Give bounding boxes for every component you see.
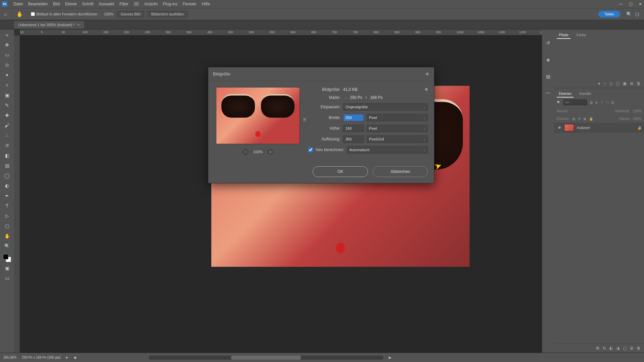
home-icon[interactable]: ⌂ (2, 11, 9, 17)
menu-edit[interactable]: Bearbeiten (25, 2, 50, 6)
layer-thumbnail[interactable] (564, 124, 574, 131)
layer-row[interactable]: 👁 Indiziert 🔒 (554, 123, 644, 133)
lock-pixels-icon[interactable]: ▦ (572, 117, 575, 121)
heal-tool-icon[interactable]: ✚ (3, 111, 11, 119)
layer-filter-type-icon[interactable]: T (601, 101, 603, 104)
layer-visibility-icon[interactable]: 👁 (557, 126, 561, 130)
resample-checkbox[interactable] (308, 147, 313, 152)
blend-mode-select[interactable]: Normal (557, 109, 568, 113)
zoom-tool-icon[interactable]: 🔍 (3, 242, 11, 250)
crop-tool-icon[interactable]: ⌗ (3, 81, 11, 89)
layer-name[interactable]: Indiziert (577, 126, 590, 130)
width-unit-select[interactable]: Pixel ⌄ (367, 114, 428, 121)
hand-tool-icon-2[interactable]: ✋ (3, 232, 11, 240)
layer-filter-image-icon[interactable]: ▦ (590, 101, 593, 104)
menu-type[interactable]: Schrift (79, 2, 96, 6)
height-input[interactable] (343, 125, 364, 132)
path-select-tool-icon[interactable]: ▷ (3, 212, 11, 220)
scroll-all-windows-checkbox[interactable]: Bildlauf in allen Fenstern durchführen (31, 12, 97, 16)
menu-file[interactable]: Datei (11, 2, 25, 6)
adjustments-panel-icon[interactable]: 〰 (545, 90, 551, 97)
layer-filter-shape-icon[interactable]: ▢ (606, 101, 609, 104)
menu-select[interactable]: Auswahl (96, 2, 117, 6)
layer-link-icon[interactable]: ⌘ (596, 346, 600, 351)
tab-layers[interactable]: Ebenen (557, 90, 574, 98)
ok-button[interactable]: OK (313, 166, 368, 177)
brush-tool-icon[interactable]: 🖌 (3, 121, 11, 129)
fit-to-select[interactable]: Originalgröße ⌄ (343, 103, 428, 111)
screenmode-icon[interactable]: ▭ (3, 274, 11, 282)
gradient-tool-icon[interactable]: ▤ (3, 162, 11, 170)
preview-zoom-out-button[interactable]: − (243, 149, 249, 155)
menu-help[interactable]: Hilfe (199, 2, 213, 6)
horizontal-scrollbar[interactable] (149, 356, 383, 360)
preview-zoom-in-button[interactable]: + (267, 149, 273, 155)
path-fill-icon[interactable]: ● (598, 81, 600, 86)
frame-tool-icon[interactable]: ▣ (3, 91, 11, 99)
layer-filter-input[interactable] (564, 100, 587, 105)
resample-method-select[interactable]: Automatisch ⌄ (347, 146, 428, 154)
dialog-preview[interactable] (216, 87, 300, 144)
collapse-icon[interactable]: « (3, 31, 11, 39)
quickmask-icon[interactable]: ▣ (3, 264, 11, 272)
fit-whole-button[interactable]: Ganzes Bild (117, 11, 144, 17)
tab-channels[interactable]: Kanäle (578, 90, 593, 98)
shape-tool-icon[interactable]: ▢ (3, 222, 11, 230)
scroll-right-icon[interactable]: ▶ (389, 356, 391, 359)
opacity-value[interactable]: 100% (633, 109, 641, 113)
history-panel-icon[interactable]: ↺ (545, 40, 551, 46)
path-mask-icon[interactable]: ▣ (623, 81, 627, 86)
app-icon[interactable]: Ps (2, 1, 7, 7)
dimensions-unit-dropdown-icon[interactable]: ⌄ (344, 96, 347, 99)
window-minimize-icon[interactable]: — (619, 2, 623, 6)
path-new-icon[interactable]: ▢ (616, 81, 620, 86)
dodge-tool-icon[interactable]: ◐ (3, 182, 11, 190)
layers-panel-icon[interactable]: ◈ (545, 56, 551, 63)
layer-mask-icon[interactable]: ◐ (609, 346, 613, 351)
lasso-tool-icon[interactable]: ⊙ (3, 61, 11, 69)
dialog-gear-icon[interactable]: ✲ (425, 87, 428, 92)
eyedropper-tool-icon[interactable]: ✎ (3, 101, 11, 109)
marquee-tool-icon[interactable]: ▭ (3, 51, 11, 59)
layer-filter-smart-icon[interactable]: ◧ (611, 101, 614, 104)
workspace-icon[interactable]: ◻ (635, 11, 639, 17)
layer-filter-search-icon[interactable]: 🔍 (557, 101, 561, 104)
window-close-icon[interactable]: ✕ (639, 2, 642, 6)
status-info-arrow-icon[interactable]: ▶ (66, 356, 68, 359)
document-tab-close-icon[interactable]: × (77, 23, 79, 27)
foreground-color-swatch[interactable] (3, 254, 8, 259)
layer-fx-icon[interactable]: fx (603, 346, 606, 351)
search-icon[interactable]: 🔍 (626, 11, 632, 17)
path-stroke-icon[interactable]: ○ (604, 81, 606, 86)
menu-view[interactable]: Ansicht (142, 2, 160, 6)
eraser-tool-icon[interactable]: ◧ (3, 152, 11, 160)
lock-all-icon[interactable]: 🔒 (589, 117, 593, 121)
fill-screen-button[interactable]: Bildschirm ausfüllen (148, 11, 188, 17)
status-info[interactable]: 250 Px x 168 Px (300 ppi) (22, 356, 60, 359)
path-delete-icon[interactable]: 🗑 (637, 81, 641, 86)
type-tool-icon[interactable]: T (3, 202, 11, 210)
layer-filter-adj-icon[interactable]: ◐ (595, 101, 598, 104)
dialog-close-icon[interactable]: ✕ (425, 71, 429, 77)
stamp-tool-icon[interactable]: ⛬ (3, 131, 11, 139)
properties-panel-icon[interactable]: ▤ (545, 73, 551, 80)
link-dimensions-icon[interactable]: ⎘ (304, 117, 306, 122)
layer-group-icon[interactable]: ▢ (623, 346, 627, 351)
layer-lock-icon[interactable]: 🔒 (637, 126, 641, 130)
blur-tool-icon[interactable]: ◯ (3, 172, 11, 180)
zoom-value[interactable]: 100% (104, 12, 113, 16)
menu-plugins[interactable]: Plug-ins (160, 2, 180, 6)
move-tool-icon[interactable]: ✥ (3, 41, 11, 49)
color-swatch[interactable] (3, 254, 11, 262)
share-button[interactable]: Teilen (598, 11, 620, 17)
menu-image[interactable]: Bild (50, 2, 62, 6)
height-unit-select[interactable]: Pixel ⌄ (367, 125, 428, 132)
layer-new-icon[interactable]: ⊞ (630, 346, 633, 351)
resolution-unit-select[interactable]: Pixel/Zoll ⌄ (367, 135, 428, 143)
document-tab[interactable]: Unbenannt-1 bei 305% (Indiziert) * × (14, 21, 84, 28)
fill-value[interactable]: 100% (633, 117, 641, 121)
layer-delete-icon[interactable]: 🗑 (637, 346, 641, 351)
history-brush-tool-icon[interactable]: ↺ (3, 141, 11, 149)
window-maximize-icon[interactable]: ▢ (629, 2, 633, 6)
status-zoom[interactable]: 305,06% (3, 356, 16, 359)
